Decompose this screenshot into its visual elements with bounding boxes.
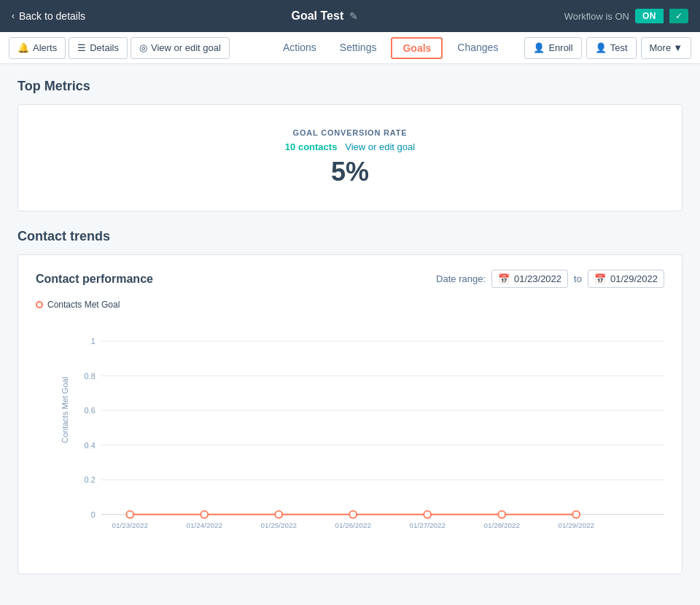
svg-text:0.6: 0.6	[85, 406, 96, 415]
tab-goals[interactable]: Goals	[391, 37, 443, 59]
test-label: Test	[610, 42, 628, 53]
metric-label: GOAL CONVERSION RATE	[36, 128, 664, 137]
metric-value: 5%	[36, 157, 664, 187]
top-bar-right: Workflow is ON ON ✓	[564, 9, 688, 23]
date-from-value: 01/23/2022	[514, 273, 561, 284]
chevron-down-icon: ▼	[673, 42, 682, 53]
top-metrics-card: GOAL CONVERSION RATE 10 contacts View or…	[18, 104, 682, 211]
alerts-label: Alerts	[33, 42, 57, 53]
svg-text:01/26/2022: 01/26/2022	[335, 521, 371, 529]
svg-text:0: 0	[91, 510, 96, 519]
date-range-to: to	[574, 273, 582, 284]
bell-icon: 🔔	[18, 42, 29, 53]
edit-icon[interactable]: ✎	[349, 10, 358, 22]
svg-text:01/29/2022: 01/29/2022	[558, 521, 594, 529]
top-metrics-section-title: Top Metrics	[18, 79, 682, 94]
view-edit-goal-label: View or edit goal	[151, 42, 221, 53]
page-title: Goal Test	[292, 9, 344, 23]
svg-text:01/25/2022: 01/25/2022	[260, 521, 297, 529]
enroll-button[interactable]: 👤 Enroll	[524, 37, 581, 59]
secondary-nav: 🔔 Alerts ☰ Details ◎ View or edit goal A…	[0, 32, 700, 64]
svg-text:0.8: 0.8	[85, 372, 96, 380]
metric-subtext: 10 contacts View or edit goal	[36, 141, 664, 152]
svg-text:01/24/2022: 01/24/2022	[186, 521, 222, 529]
workflow-on-badge[interactable]: ON	[635, 9, 664, 23]
svg-point-17	[498, 511, 505, 518]
svg-point-18	[572, 511, 580, 518]
alerts-button[interactable]: 🔔 Alerts	[9, 37, 66, 59]
svg-text:1: 1	[91, 337, 96, 346]
details-button[interactable]: ☰ Details	[69, 37, 128, 59]
view-edit-goal-link[interactable]: View or edit goal	[345, 141, 415, 152]
date-range: Date range: 📅 01/23/2022 to 📅 01/29/2022	[436, 270, 664, 288]
tab-actions[interactable]: Actions	[271, 32, 328, 64]
svg-text:01/27/2022: 01/27/2022	[409, 521, 446, 529]
svg-text:0.4: 0.4	[85, 441, 96, 450]
top-bar: ‹ Back to details Goal Test ✎ Workflow i…	[0, 0, 700, 32]
tab-changes[interactable]: Changes	[446, 32, 510, 64]
test-icon: 👤	[595, 42, 607, 53]
contact-trends-card: Contact performance Date range: 📅 01/23/…	[18, 254, 682, 574]
svg-point-16	[424, 511, 431, 518]
workflow-check-button[interactable]: ✓	[669, 9, 688, 23]
nav-actions: 👤 Enroll 👤 Test More ▼	[524, 37, 691, 59]
svg-point-13	[201, 511, 208, 518]
legend-label: Contacts Met Goal	[47, 300, 120, 310]
tab-settings[interactable]: Settings	[328, 32, 389, 64]
enroll-icon: 👤	[533, 42, 545, 53]
y-axis-label: Contacts Met Goal	[61, 385, 69, 443]
details-icon: ☰	[77, 42, 86, 53]
workflow-label: Workflow is ON	[564, 11, 629, 22]
more-button[interactable]: More ▼	[641, 37, 692, 59]
top-bar-center: Goal Test ✎	[292, 9, 359, 23]
date-range-label: Date range:	[436, 273, 486, 284]
more-label: More	[650, 42, 672, 53]
chart-svg: 1 0.8 0.6 0.4 0.2 0	[72, 319, 664, 537]
chevron-left-icon: ‹	[12, 11, 15, 21]
test-button[interactable]: 👤 Test	[586, 37, 637, 59]
chart-legend: Contacts Met Goal	[36, 300, 664, 310]
date-to-input[interactable]: 📅 01/29/2022	[588, 270, 664, 288]
goal-icon: ◎	[139, 42, 147, 53]
svg-point-12	[126, 511, 133, 518]
date-to-value: 01/29/2022	[610, 273, 658, 284]
svg-text:01/23/2022: 01/23/2022	[112, 521, 148, 529]
contact-trends-section-title: Contact trends	[18, 229, 682, 244]
chart-title: Contact performance	[36, 273, 153, 286]
svg-text:0.2: 0.2	[85, 475, 96, 484]
legend-dot-icon	[36, 301, 43, 308]
nav-tabs: Actions Settings Goals Changes	[271, 32, 510, 64]
chart-header: Contact performance Date range: 📅 01/23/…	[36, 270, 664, 288]
enroll-label: Enroll	[548, 42, 572, 53]
calendar-icon-from: 📅	[498, 273, 510, 284]
back-label: Back to details	[19, 10, 85, 22]
contacts-count: 10 contacts	[285, 141, 338, 152]
svg-point-15	[349, 511, 357, 518]
calendar-icon-to: 📅	[594, 273, 606, 284]
main-content: Top Metrics GOAL CONVERSION RATE 10 cont…	[0, 64, 700, 605]
details-label: Details	[90, 42, 119, 53]
svg-point-14	[275, 511, 282, 518]
view-edit-goal-button[interactable]: ◎ View or edit goal	[131, 37, 230, 59]
back-button[interactable]: ‹ Back to details	[12, 10, 85, 22]
date-from-input[interactable]: 📅 01/23/2022	[491, 270, 568, 288]
svg-text:01/28/2022: 01/28/2022	[483, 521, 520, 529]
